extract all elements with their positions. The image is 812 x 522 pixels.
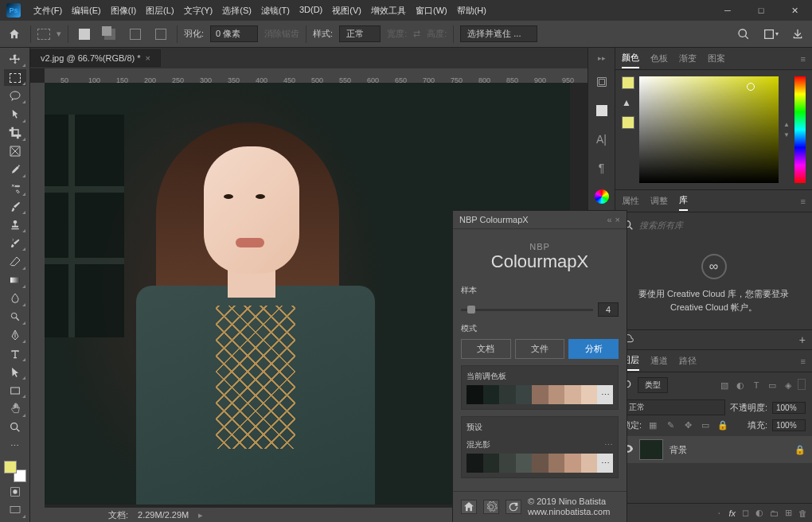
filter-smart-icon[interactable]: ◈	[782, 379, 794, 392]
menu-item[interactable]: 滤镜(T)	[256, 2, 295, 20]
layer-lock-icon[interactable]: 🔒	[794, 445, 806, 455]
lock-pos-icon[interactable]: ✥	[681, 419, 694, 431]
select-mask-button[interactable]: 选择并遮住 ...	[460, 25, 537, 42]
filter-pixel-icon[interactable]: ▧	[718, 379, 731, 392]
menu-item[interactable]: 窗口(W)	[411, 2, 452, 20]
plugin-collapse-icon[interactable]: «	[607, 215, 611, 224]
panel-tab[interactable]: 库	[679, 191, 688, 211]
menu-item[interactable]: 选择(S)	[217, 2, 256, 20]
filter-shape-icon[interactable]: ▭	[766, 379, 779, 392]
delete-layer-icon[interactable]: 🗑	[798, 508, 807, 518]
panel-tab[interactable]: 属性	[622, 192, 639, 210]
share-icon[interactable]	[788, 25, 807, 44]
screen-mode-icon[interactable]	[4, 502, 26, 519]
menu-item[interactable]: 文件(F)	[29, 2, 67, 20]
frame-tool[interactable]	[4, 143, 26, 160]
menu-item[interactable]: 帮助(H)	[452, 2, 491, 20]
lock-paint-icon[interactable]: ✎	[664, 419, 677, 431]
expand-dock-icon[interactable]: ▸▸	[598, 54, 606, 62]
hue-slider[interactable]	[794, 76, 806, 183]
plugin-settings-icon[interactable]	[483, 500, 499, 514]
new-layer-icon[interactable]: ⊞	[785, 508, 792, 518]
lock-all-icon[interactable]: 🔒	[716, 419, 729, 431]
filter-adjust-icon[interactable]: ◐	[734, 379, 747, 392]
feather-input[interactable]: 0 像素	[210, 25, 258, 42]
minimize-button[interactable]: ─	[716, 2, 739, 18]
path-select-tool[interactable]	[4, 364, 26, 380]
menu-item[interactable]: 视图(V)	[327, 2, 366, 20]
blur-tool[interactable]	[4, 290, 26, 307]
plugin-home-icon[interactable]	[461, 500, 477, 514]
paragraph-panel-icon[interactable]: ¶	[593, 159, 611, 177]
character-panel-icon[interactable]: A|	[593, 130, 611, 148]
style-select[interactable]: 正常	[339, 25, 381, 42]
search-icon[interactable]	[734, 25, 753, 44]
doc-button[interactable]: 文档	[461, 339, 511, 359]
brush-tool[interactable]	[4, 198, 26, 215]
add-lib-icon[interactable]: +	[799, 333, 806, 346]
intersect-selection-icon[interactable]	[151, 25, 170, 44]
zoom-tool[interactable]	[4, 419, 26, 436]
quick-select-tool[interactable]	[4, 106, 26, 123]
marquee-tool-preset[interactable]	[37, 29, 50, 40]
adjustment-layer-icon[interactable]: ◐	[755, 508, 763, 518]
panel-tab[interactable]: 图案	[708, 49, 725, 68]
plugin-refresh-icon[interactable]	[506, 500, 521, 514]
fg-swatch[interactable]	[622, 76, 634, 89]
type-tool[interactable]	[4, 345, 26, 362]
menu-item[interactable]: 图层(L)	[141, 2, 178, 20]
panel-tab[interactable]: 颜色	[622, 49, 639, 68]
menu-item[interactable]: 增效工具	[366, 2, 411, 20]
fill-input[interactable]: 100%	[772, 419, 806, 431]
current-palette-strip[interactable]: ⋯	[467, 385, 613, 404]
panel-tab[interactable]: 渐变	[679, 49, 697, 68]
healing-tool[interactable]	[4, 180, 26, 197]
workspace-icon[interactable]: ▾	[761, 25, 780, 44]
history-brush-tool[interactable]	[4, 235, 26, 251]
sample-slider[interactable]	[461, 309, 593, 311]
cc-panel-icon[interactable]	[593, 188, 611, 205]
plugin-close-icon[interactable]: ×	[615, 215, 620, 224]
menu-item[interactable]: 3D(D)	[295, 2, 327, 20]
panel-menu-icon[interactable]: ≡	[801, 356, 806, 366]
layer-style-icon[interactable]: fx	[728, 508, 736, 518]
dodge-tool[interactable]	[4, 309, 26, 325]
home-icon[interactable]	[5, 25, 24, 44]
analyze-button[interactable]: 分析	[568, 339, 619, 359]
opacity-input[interactable]: 100%	[772, 402, 806, 414]
lock-artboard-icon[interactable]: ▭	[699, 419, 712, 431]
eyedropper-tool[interactable]	[4, 162, 26, 178]
add-selection-icon[interactable]	[100, 25, 119, 44]
gradient-tool[interactable]	[4, 272, 26, 289]
menu-item[interactable]: 编辑(E)	[67, 2, 106, 20]
subtract-selection-icon[interactable]	[126, 25, 145, 44]
edit-toolbar-icon[interactable]: ⋯	[4, 438, 26, 454]
move-tool[interactable]	[4, 51, 26, 68]
blend-mode-select[interactable]: 正常	[622, 399, 725, 415]
lock-trans-icon[interactable]: ▦	[646, 419, 659, 431]
panel-menu-icon[interactable]: ≡	[801, 54, 806, 64]
filter-type-icon[interactable]: T	[750, 379, 763, 392]
color-field[interactable]	[639, 76, 779, 183]
eraser-tool[interactable]	[4, 253, 26, 270]
preset-more-icon[interactable]: ⋯	[604, 440, 613, 450]
menu-item[interactable]: 文字(Y)	[179, 2, 218, 20]
marquee-tool[interactable]	[4, 69, 26, 86]
new-selection-icon[interactable]	[75, 25, 94, 44]
close-button[interactable]: ✕	[783, 2, 806, 18]
quick-mask-icon[interactable]	[4, 484, 26, 501]
lib-search-input[interactable]	[639, 220, 806, 230]
layer-mask-icon[interactable]: ◻	[742, 508, 749, 518]
panel-tab[interactable]: 通道	[650, 352, 668, 370]
layer-filter-kind[interactable]: 类型	[638, 377, 668, 393]
layer-row[interactable]: 背景 🔒	[615, 436, 812, 463]
group-layers-icon[interactable]: 🗀	[770, 508, 779, 518]
sample-value[interactable]: 4	[598, 302, 619, 317]
document-tab[interactable]: v2.jpg @ 66.7%(RGB/8) * ×	[30, 49, 161, 67]
panel-tab[interactable]: 路径	[679, 352, 697, 370]
menu-item[interactable]: 图像(I)	[106, 2, 141, 20]
filter-toggle-icon[interactable]	[798, 379, 806, 390]
file-button[interactable]: 文件	[515, 339, 565, 359]
crop-tool[interactable]	[4, 125, 26, 142]
link-layers-icon[interactable]: ⬝	[716, 508, 722, 518]
